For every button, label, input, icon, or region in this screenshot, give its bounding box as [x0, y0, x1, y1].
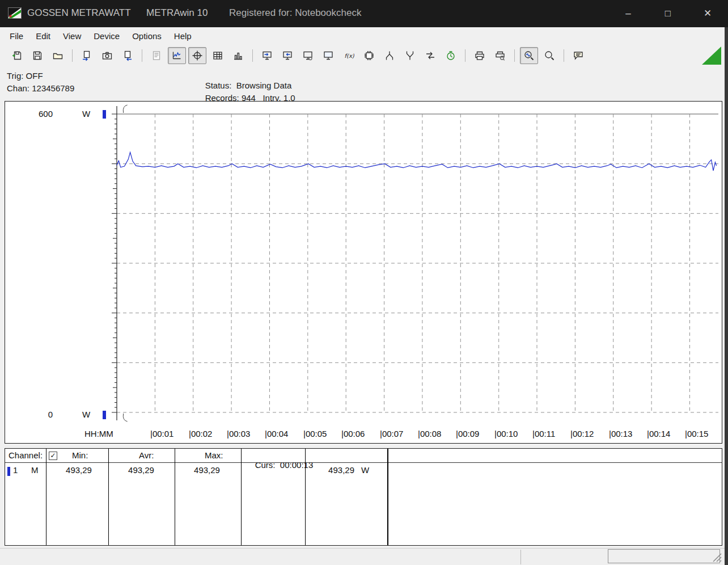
channel-visible-checkbox[interactable]: ✓ [49, 452, 57, 460]
connected-device-box: METRAHit Starline-Seri [608, 549, 720, 563]
toolbar-separator [465, 49, 465, 62]
table-divider-thick [387, 449, 388, 545]
status-indicator-triangle-icon [702, 47, 721, 65]
cursor-label: Curs: [255, 460, 276, 470]
trend-icon [171, 50, 183, 61]
table-divider [175, 449, 175, 545]
table-divider [108, 449, 109, 545]
chart-panel: 600 W 0 W HH:MM |00:01|00:02|00:03|00:04… [5, 101, 722, 444]
statusbar: METRAHit Starline-Seri [0, 548, 725, 565]
page-out-icon [122, 50, 133, 61]
menu-view[interactable]: View [57, 29, 87, 43]
channel-cursor-unit: W [361, 465, 369, 475]
menubar: FileEditViewDeviceOptionsHelp [0, 27, 725, 44]
gossen-metrawatt-logo-icon [8, 7, 22, 19]
snapshot-button[interactable] [98, 47, 116, 64]
channel-merge-button[interactable] [401, 47, 419, 64]
trigger-status: Trig: OFF [7, 71, 43, 81]
toolbar-separator [252, 49, 253, 62]
zoom-wave-icon [523, 50, 535, 61]
toolbar-separator [142, 49, 142, 62]
resize-grip[interactable] [712, 553, 722, 563]
open-file-button[interactable] [8, 47, 26, 64]
text-page-icon [151, 50, 162, 61]
titlebar-registration: Registered for: Notebookcheck [229, 7, 361, 19]
titlebar-brand: GOSSEN METRAWATT [27, 7, 131, 19]
import-data-button[interactable] [78, 47, 96, 64]
cursor-time: 00:00:13 [280, 460, 313, 470]
channel-number: 1 [13, 465, 18, 475]
monitor-link-icon [261, 50, 273, 61]
table-view-button[interactable] [209, 47, 227, 64]
device-display-button[interactable] [319, 47, 337, 64]
note-icon [573, 50, 584, 61]
save-file-button[interactable] [28, 47, 46, 64]
transfer-button[interactable] [421, 47, 439, 64]
printer-icon [474, 50, 485, 61]
bars-icon [232, 50, 244, 61]
menu-edit[interactable]: Edit [29, 29, 57, 43]
device-config-button[interactable] [299, 47, 317, 64]
menu-file[interactable]: File [3, 29, 29, 43]
table-divider [46, 449, 46, 545]
channel-list: Chan: 123456789 [7, 83, 74, 93]
text-display-button [147, 47, 166, 64]
page-in-icon [81, 50, 92, 61]
table-header-divider [5, 462, 722, 463]
annotation-button[interactable] [569, 47, 587, 64]
crosshair-icon [192, 50, 203, 61]
bargraph-view-button[interactable] [229, 47, 247, 64]
close-button[interactable]: ✕ [697, 6, 718, 22]
print-preview-button[interactable] [491, 47, 509, 64]
window-right-edge [725, 27, 728, 565]
magnifier-icon [544, 50, 555, 61]
col-header-min: Min: [72, 450, 88, 460]
fx-icon: f(x) [343, 50, 354, 61]
clock-icon [445, 50, 456, 61]
open-folder-button[interactable] [49, 47, 67, 64]
channel-min-value: 493,29 [52, 465, 106, 475]
titlebar-app-name: METRAwin 10 [146, 7, 208, 19]
export-data-button[interactable] [118, 47, 137, 64]
menu-options[interactable]: Options [126, 29, 168, 43]
fork-down-icon [404, 50, 416, 61]
monitor-icon [323, 50, 334, 61]
toolbar-separator [72, 49, 73, 62]
monitor-in-icon [282, 50, 293, 61]
monitor-gear-icon [302, 50, 314, 61]
channel-table: Channel: ✓ Min: Avr: Max: Curs: 00:00:13… [5, 448, 722, 546]
transfer-icon [425, 50, 436, 61]
device-read-button[interactable] [278, 47, 297, 64]
timer-button[interactable] [442, 47, 460, 64]
titlebar: GOSSEN METRAWATT METRAwin 10 Registered … [0, 0, 728, 27]
device-connect-button[interactable] [258, 47, 276, 64]
menu-help[interactable]: Help [168, 29, 198, 43]
printer-preview-icon [494, 50, 506, 61]
print-button[interactable] [471, 47, 489, 64]
zoom-curve-button[interactable] [520, 47, 538, 64]
svg-text:f(x): f(x) [345, 53, 355, 59]
col-header-channel: Channel: [9, 450, 43, 460]
menu-device[interactable]: Device [87, 29, 126, 43]
maximize-button[interactable]: □ [658, 6, 678, 22]
floppy-icon [32, 50, 43, 61]
statusbar-divider [520, 550, 521, 564]
col-header-avr: Avr: [139, 450, 154, 460]
channel1-row-marker [7, 467, 10, 476]
minimize-button[interactable]: – [618, 6, 638, 22]
device-memory-button[interactable] [360, 47, 378, 64]
table-divider [305, 449, 306, 545]
channel-split-button[interactable] [380, 47, 399, 64]
zoom-button[interactable] [540, 47, 558, 64]
scope-view-button[interactable] [188, 47, 206, 64]
channel-mode: M [31, 465, 39, 475]
formula-button[interactable]: f(x) [340, 47, 358, 64]
cursor-header: Curs: 00:00:13 [246, 450, 313, 479]
camera-icon [101, 50, 113, 61]
power-trend-chart[interactable] [5, 102, 722, 443]
trend-view-button[interactable] [168, 47, 186, 64]
fork-icon [384, 50, 395, 61]
channel-max-value: 493,29 [180, 465, 234, 475]
channel-avr-value: 493,29 [114, 465, 168, 475]
toolbar-separator [564, 49, 564, 62]
